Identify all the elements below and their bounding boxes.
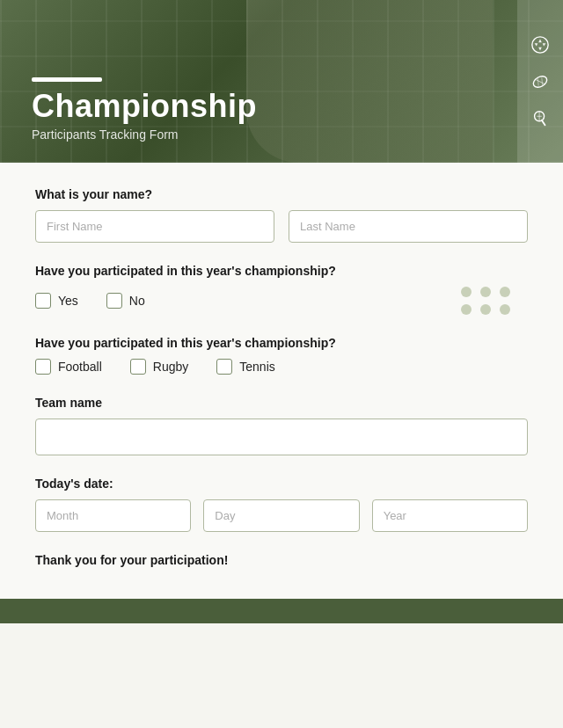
svg-line-6 <box>536 79 545 84</box>
yes-no-options: Yes No <box>35 293 145 309</box>
dot-3 <box>500 287 510 297</box>
dot-1 <box>461 287 472 297</box>
rugby-label: Rugby <box>153 360 188 374</box>
rugby-checkbox[interactable] <box>130 359 146 375</box>
sport-options-row: Football Rugby Tennis <box>35 359 528 375</box>
date-input-row <box>35 499 528 532</box>
tennis-option[interactable]: Tennis <box>216 359 274 375</box>
header-icons-panel <box>517 0 563 163</box>
dot-6 <box>500 304 510 315</box>
header-title: Championship <box>32 89 257 124</box>
rugby-option[interactable]: Rugby <box>130 359 188 375</box>
participated-section: Have you participated in this year's cha… <box>35 264 528 315</box>
soccer-ball-icon <box>528 33 552 57</box>
team-name-input[interactable] <box>35 419 528 455</box>
svg-marker-2 <box>538 47 542 50</box>
svg-marker-1 <box>538 39 542 42</box>
no-option[interactable]: No <box>106 293 145 309</box>
yes-option[interactable]: Yes <box>35 293 78 309</box>
tennis-racket-icon <box>528 106 552 131</box>
first-name-input[interactable] <box>35 210 274 243</box>
month-input[interactable] <box>35 499 191 532</box>
no-label: No <box>129 294 145 308</box>
football-checkbox[interactable] <box>35 359 51 375</box>
yes-label: Yes <box>58 294 78 308</box>
dot-2 <box>480 287 491 297</box>
svg-line-12 <box>542 120 545 125</box>
football-label: Football <box>58 360 102 374</box>
form-body: What is your name? Have you participated… <box>0 163 563 599</box>
tennis-label: Tennis <box>239 360 274 374</box>
header-accent-bar <box>32 77 102 82</box>
header-content: Championship Participants Tracking Form <box>32 77 257 142</box>
rugby-ball-icon <box>528 69 552 94</box>
svg-line-7 <box>537 77 538 85</box>
team-name-label: Team name <box>35 396 528 410</box>
dot-5 <box>480 304 491 315</box>
no-checkbox[interactable] <box>106 293 122 309</box>
participated-question: Have you participated in this year's cha… <box>35 264 528 278</box>
footer-band <box>0 599 563 623</box>
svg-marker-4 <box>543 43 546 46</box>
dot-4 <box>461 304 472 315</box>
date-label: Today's date: <box>35 477 528 491</box>
date-section: Today's date: <box>35 477 528 532</box>
svg-line-8 <box>542 77 543 85</box>
header-subtitle: Participants Tracking Form <box>32 127 257 142</box>
dots-row-1 <box>461 287 510 297</box>
decorative-dots <box>461 287 528 315</box>
year-input[interactable] <box>372 499 528 532</box>
name-input-row <box>35 210 528 243</box>
yes-checkbox[interactable] <box>35 293 51 309</box>
dots-row-2 <box>461 304 510 315</box>
header: Championship Participants Tracking Form <box>0 0 563 163</box>
name-section: What is your name? <box>35 187 528 243</box>
header-shoe-area <box>246 0 493 163</box>
last-name-input[interactable] <box>289 210 528 243</box>
tennis-checkbox[interactable] <box>216 359 232 375</box>
name-question: What is your name? <box>35 187 528 201</box>
sport-section: Have you participated in this year's cha… <box>35 336 528 375</box>
svg-marker-3 <box>535 43 538 46</box>
sport-question: Have you participated in this year's cha… <box>35 336 528 350</box>
team-name-section: Team name <box>35 396 528 455</box>
thank-you-message: Thank you for your participation! <box>35 553 528 567</box>
day-input[interactable] <box>203 499 359 532</box>
football-option[interactable]: Football <box>35 359 102 375</box>
